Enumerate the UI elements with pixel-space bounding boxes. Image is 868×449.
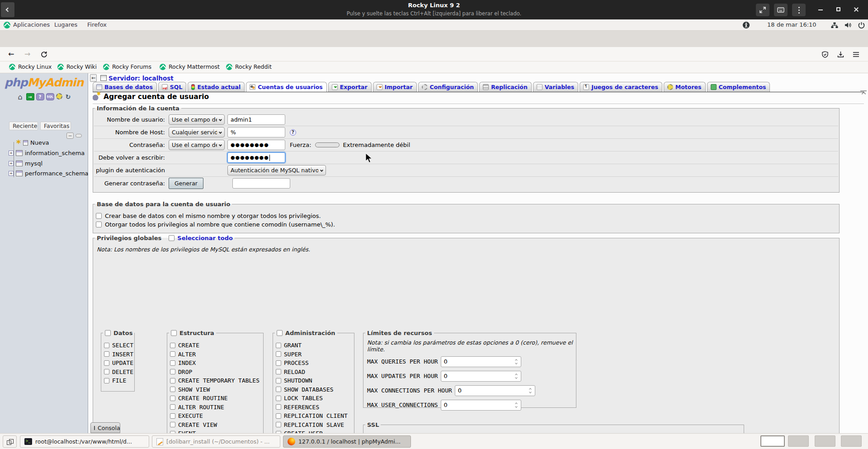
checkbox[interactable]: [276, 343, 281, 348]
tab-cuentas-de-usuarios[interactable]: Cuentas de usuarios: [246, 82, 327, 92]
power-icon[interactable]: [858, 22, 865, 28]
help-icon[interactable]: ?: [36, 93, 44, 100]
spinner-icon[interactable]: [526, 388, 535, 393]
checkbox[interactable]: [170, 343, 175, 348]
checkbox[interactable]: [276, 387, 281, 392]
sql-window-icon[interactable]: SQL: [46, 93, 54, 100]
expand-icon[interactable]: +: [9, 151, 14, 156]
privilege-replication-slave[interactable]: REPLICATION SLAVE: [276, 421, 354, 430]
privilege-create-user[interactable]: CREATE USER: [276, 429, 354, 433]
spinner-icon[interactable]: [512, 403, 521, 407]
save-to-pocket-icon[interactable]: [837, 51, 844, 58]
tab-exportar[interactable]: Exportar: [328, 82, 372, 92]
create-db-same-name-option[interactable]: Crear base de datos con el mismo nombre …: [96, 212, 839, 220]
checkbox[interactable]: [104, 369, 109, 374]
checkbox[interactable]: [104, 343, 109, 348]
username-type-select[interactable]: Use el campo de te: [169, 114, 225, 125]
privilege-insert[interactable]: INSERT: [104, 350, 134, 359]
expand-icon[interactable]: +: [9, 171, 14, 176]
checkbox[interactable]: [170, 369, 175, 374]
back-button[interactable]: ←: [8, 50, 14, 58]
workspace-4[interactable]: [841, 435, 862, 447]
auth-plugin-select[interactable]: Autenticación de MySQL nativo: [227, 165, 326, 175]
menu-lugares[interactable]: Lugares: [54, 21, 77, 28]
reload-button[interactable]: [41, 51, 47, 58]
tab-motores[interactable]: Motores: [664, 82, 706, 92]
menu-aplicaciones[interactable]: Aplicaciones: [13, 21, 50, 28]
privilege-references[interactable]: REFERENCES: [276, 403, 354, 412]
host-input[interactable]: %: [227, 127, 285, 137]
checkbox[interactable]: [170, 413, 175, 419]
breadcrumb[interactable]: Servidor: localhost: [108, 75, 174, 82]
checkbox[interactable]: [276, 360, 281, 366]
checkbox[interactable]: [96, 213, 102, 219]
max-connections-input[interactable]: 0: [455, 385, 535, 396]
vm-minimize-button[interactable]: [818, 9, 823, 10]
privilege-alter-routine[interactable]: ALTER ROUTINE: [170, 403, 263, 412]
tree-item-information-schema[interactable]: +information_schema: [9, 150, 85, 156]
forward-button[interactable]: →: [24, 50, 30, 58]
group-checkbox[interactable]: [105, 330, 111, 336]
breadcrumb-back-button[interactable]: ←: [90, 74, 97, 82]
spinner-icon[interactable]: [512, 374, 521, 378]
privilege-select[interactable]: SELECT: [104, 341, 134, 350]
taskbar-window-terminal[interactable]: >_root@localhost:/var/www/html/d...: [20, 435, 149, 448]
workspace-3[interactable]: [815, 435, 835, 447]
bookmark-rocky-reddit[interactable]: Rocky Reddit: [226, 63, 272, 70]
checkbox[interactable]: [104, 351, 109, 357]
bookmark-rocky-wiki[interactable]: Rocky Wiki: [57, 63, 97, 70]
generated-password-input[interactable]: [232, 178, 290, 189]
tab-configuracion[interactable]: Configuración: [418, 82, 478, 92]
max-updates-input[interactable]: 0: [441, 371, 521, 382]
tab-estado-actual[interactable]: Estado actual: [188, 82, 245, 92]
select-all-checkbox[interactable]: [169, 235, 175, 241]
checkbox[interactable]: [170, 396, 175, 401]
privilege-super[interactable]: SUPER: [276, 350, 354, 359]
group-checkbox[interactable]: [171, 330, 177, 336]
checkbox[interactable]: [276, 378, 281, 383]
privilege-shutdown[interactable]: SHUTDOWN: [276, 376, 354, 385]
password-input[interactable]: ●●●●●●●●: [227, 140, 285, 150]
tab-bases-de-datos[interactable]: Bases de datos: [93, 82, 157, 92]
privilege-file[interactable]: FILE: [104, 376, 134, 385]
bookmark-rocky-mattermost[interactable]: Rocky Mattermost: [160, 63, 220, 70]
grant-wildcard-option[interactable]: Otorgar todos los privilegios al nombre …: [96, 221, 839, 228]
checkbox[interactable]: [276, 396, 281, 401]
privilege-create-routine[interactable]: CREATE ROUTINE: [170, 394, 263, 403]
hamburger-menu-icon[interactable]: [853, 52, 859, 57]
max-queries-input[interactable]: 0: [441, 356, 521, 367]
checkbox[interactable]: [170, 422, 175, 427]
privilege-drop[interactable]: DROP: [170, 368, 263, 377]
username-input[interactable]: admin1: [227, 114, 285, 125]
privilege-update[interactable]: UPDATE: [104, 359, 134, 368]
vm-fullscreen-button[interactable]: [756, 4, 769, 16]
workspace-1[interactable]: [760, 435, 785, 447]
tree-item-new-database[interactable]: *Nueva: [16, 139, 49, 146]
checkbox[interactable]: [170, 404, 175, 410]
tree-item-performance-schema[interactable]: +performance_schema: [9, 170, 89, 177]
vm-menu-button[interactable]: [792, 4, 806, 16]
privilege-show-databases[interactable]: SHOW DATABASES: [276, 385, 354, 394]
bookmark-rocky-linux[interactable]: Rocky Linux: [9, 63, 52, 70]
checkbox[interactable]: [276, 413, 281, 419]
pma-logo[interactable]: phpMyAdmin: [0, 76, 88, 89]
privilege-execute[interactable]: EXECUTE: [170, 411, 263, 421]
host-type-select[interactable]: Cualquier servidor: [169, 127, 225, 137]
privilege-index[interactable]: INDEX: [170, 359, 263, 368]
taskbar-window-firefox[interactable]: 127.0.0.1 / localhost | phpMyAdmi...: [283, 435, 411, 448]
checkbox[interactable]: [276, 422, 281, 427]
network-icon[interactable]: [831, 22, 838, 28]
vm-maximize-button[interactable]: [836, 7, 840, 11]
tab-juegos-de-caracteres[interactable]: Juegos de caracteres: [580, 82, 662, 92]
expand-icon[interactable]: +: [9, 161, 14, 166]
checkbox[interactable]: [170, 387, 175, 392]
tree-item-mysql[interactable]: +mysql: [9, 160, 42, 167]
privilege-replication-client[interactable]: REPLICATION CLIENT: [276, 411, 354, 421]
privilege-lock-tables[interactable]: LOCK TABLES: [276, 394, 354, 403]
privilege-create[interactable]: CREATE: [170, 341, 263, 350]
generate-button[interactable]: Generar: [169, 178, 203, 189]
host-help-icon[interactable]: ?: [290, 129, 296, 136]
checkbox[interactable]: [170, 351, 175, 357]
checkbox[interactable]: [276, 351, 281, 357]
tab-replicacion[interactable]: Replicación: [479, 82, 532, 92]
